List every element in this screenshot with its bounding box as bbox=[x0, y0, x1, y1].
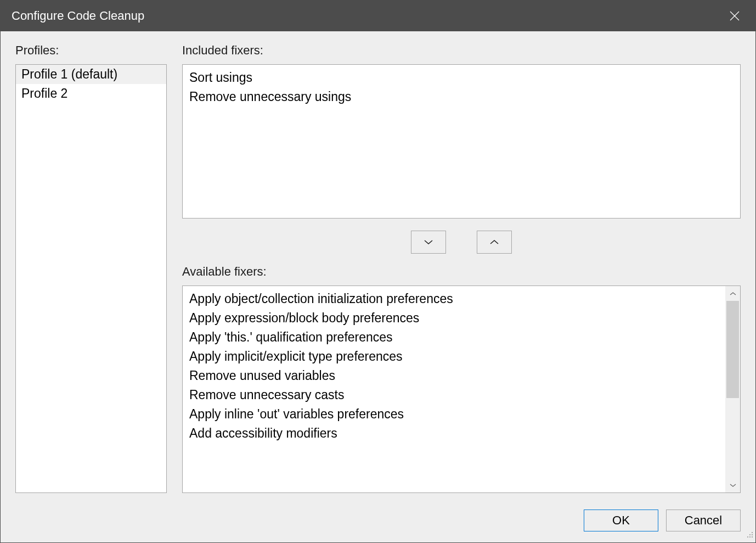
fixer-item[interactable]: Remove unnecessary usings bbox=[188, 87, 735, 107]
included-fixers-list[interactable]: Sort usings Remove unnecessary usings bbox=[182, 64, 741, 219]
ok-button[interactable]: OK bbox=[584, 510, 658, 531]
svg-rect-2 bbox=[752, 532, 753, 533]
move-down-button[interactable] bbox=[411, 231, 446, 254]
svg-rect-6 bbox=[749, 536, 751, 538]
available-wrapper: Available fixers: Apply object/collectio… bbox=[182, 265, 741, 493]
resize-grip[interactable] bbox=[745, 530, 754, 541]
fixer-item[interactable]: Apply expression/block body preferences bbox=[188, 309, 720, 328]
scroll-up-icon bbox=[730, 292, 736, 296]
profile-item[interactable]: Profile 2 bbox=[16, 84, 166, 103]
fixers-column: Included fixers: Sort usings Remove unne… bbox=[182, 43, 741, 493]
svg-rect-3 bbox=[749, 534, 751, 535]
available-fixers-box: Apply object/collection initialization p… bbox=[182, 286, 741, 493]
scroll-down-icon bbox=[730, 483, 736, 488]
move-up-button[interactable] bbox=[477, 231, 512, 254]
move-buttons-row bbox=[182, 219, 741, 265]
fixer-item[interactable]: Apply object/collection initialization p… bbox=[188, 289, 720, 309]
cancel-button[interactable]: Cancel bbox=[666, 510, 741, 531]
available-fixers-list[interactable]: Apply object/collection initialization p… bbox=[183, 286, 725, 492]
dialog-content: Profiles: Profile 1 (default) Profile 2 … bbox=[1, 31, 755, 542]
resize-grip-icon bbox=[745, 530, 754, 539]
chevron-up-icon bbox=[489, 239, 499, 245]
svg-rect-4 bbox=[752, 534, 753, 535]
included-label: Included fixers: bbox=[182, 43, 741, 58]
dialog-buttons: OK Cancel bbox=[15, 493, 741, 531]
fixer-item[interactable]: Apply inline 'out' variables preferences bbox=[188, 405, 720, 424]
scroll-up-button[interactable] bbox=[725, 286, 740, 301]
profiles-label: Profiles: bbox=[15, 43, 167, 58]
fixer-item[interactable]: Apply implicit/explicit type preferences bbox=[188, 347, 720, 366]
fixer-item[interactable]: Sort usings bbox=[188, 68, 735, 87]
fixer-item[interactable]: Add accessibility modifiers bbox=[188, 424, 720, 443]
profile-item[interactable]: Profile 1 (default) bbox=[16, 65, 166, 84]
fixer-item[interactable]: Apply 'this.' qualification preferences bbox=[188, 328, 720, 347]
available-label: Available fixers: bbox=[182, 265, 741, 279]
scroll-track[interactable] bbox=[725, 301, 740, 478]
scrollbar[interactable] bbox=[725, 286, 740, 492]
scroll-thumb[interactable] bbox=[726, 301, 739, 398]
profiles-list[interactable]: Profile 1 (default) Profile 2 bbox=[15, 64, 167, 493]
chevron-down-icon bbox=[424, 239, 433, 245]
titlebar: Configure Code Cleanup bbox=[1, 1, 755, 31]
profiles-column: Profiles: Profile 1 (default) Profile 2 bbox=[15, 43, 167, 493]
svg-rect-7 bbox=[752, 536, 753, 538]
main-row: Profiles: Profile 1 (default) Profile 2 … bbox=[15, 43, 741, 493]
close-button[interactable] bbox=[724, 5, 746, 27]
fixer-item[interactable]: Remove unnecessary casts bbox=[188, 385, 720, 405]
scroll-down-button[interactable] bbox=[725, 478, 740, 492]
window-title: Configure Code Cleanup bbox=[12, 9, 144, 23]
close-icon bbox=[730, 11, 740, 21]
fixer-item[interactable]: Remove unused variables bbox=[188, 366, 720, 385]
svg-rect-5 bbox=[747, 536, 748, 538]
